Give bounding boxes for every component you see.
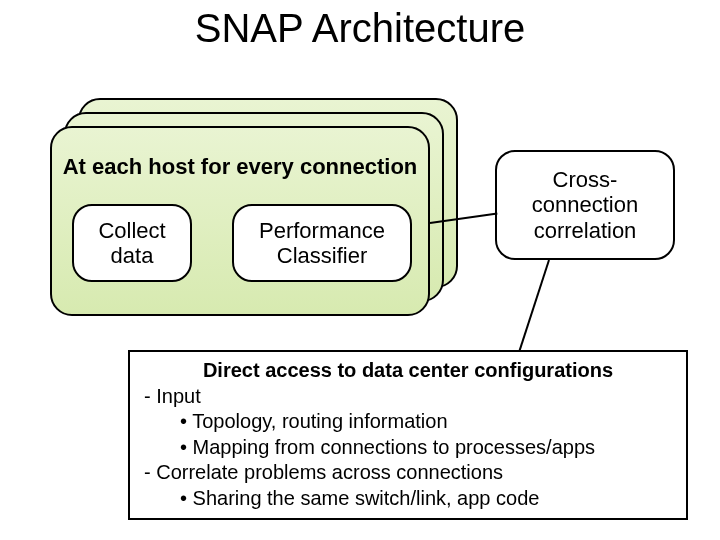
performance-classifier-label: Performance Classifier <box>244 218 400 269</box>
details-line: Topology, routing information <box>180 409 676 435</box>
details-line: Input <box>144 384 676 410</box>
details-heading: Direct access to data center configurati… <box>140 358 676 384</box>
host-card-label: At each host for every connection <box>50 154 430 180</box>
collect-data-box: Collect data <box>72 204 192 282</box>
details-lines: InputTopology, routing informationMappin… <box>140 384 676 512</box>
details-textbox: Direct access to data center configurati… <box>128 350 688 520</box>
connector-cross-to-textbox <box>517 260 550 356</box>
performance-classifier-box: Performance Classifier <box>232 204 412 282</box>
cross-connection-label: Cross-connection correlation <box>507 167 663 243</box>
details-line: Correlate problems across connections <box>144 460 676 486</box>
cross-connection-box: Cross-connection correlation <box>495 150 675 260</box>
details-line: Sharing the same switch/link, app code <box>180 486 676 512</box>
page-title: SNAP Architecture <box>0 6 720 51</box>
details-line: Mapping from connections to processes/ap… <box>180 435 676 461</box>
collect-data-label: Collect data <box>84 218 180 269</box>
